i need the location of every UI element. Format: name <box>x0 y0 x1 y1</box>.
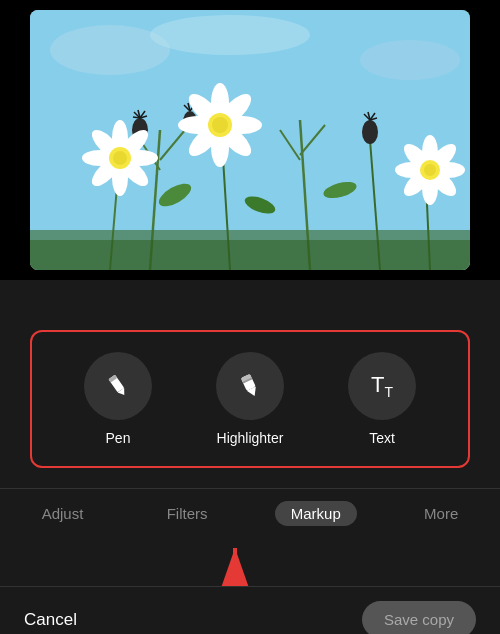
save-copy-button[interactable]: Save copy <box>362 601 476 634</box>
svg-point-59 <box>424 164 436 176</box>
svg-point-3 <box>360 40 460 80</box>
text-icon: TT <box>371 372 393 400</box>
tab-markup[interactable]: Markup <box>275 501 357 526</box>
bottom-bar: Cancel Save copy <box>0 586 500 634</box>
pen-icon-circle <box>84 352 152 420</box>
highlighter-tool[interactable]: Highlighter <box>216 352 284 446</box>
highlighter-icon <box>235 371 265 401</box>
pen-label: Pen <box>106 430 131 446</box>
highlighter-icon-circle <box>216 352 284 420</box>
cancel-button[interactable]: Cancel <box>24 610 77 630</box>
nav-tabs: Adjust Filters Markup More <box>0 488 500 534</box>
svg-point-25 <box>362 120 378 144</box>
tools-section: Pen Highlighter TT Text <box>0 310 500 488</box>
svg-point-39 <box>212 117 228 133</box>
pen-icon <box>103 371 133 401</box>
svg-rect-64 <box>30 240 470 270</box>
svg-point-2 <box>150 15 310 55</box>
red-arrow <box>205 536 265 586</box>
text-tool[interactable]: TT Text <box>348 352 416 446</box>
svg-line-20 <box>133 117 140 118</box>
arrow-area <box>0 534 500 586</box>
svg-point-49 <box>113 151 127 165</box>
tab-filters[interactable]: Filters <box>151 501 224 526</box>
tab-adjust[interactable]: Adjust <box>26 501 100 526</box>
text-icon-circle: TT <box>348 352 416 420</box>
photo-area <box>0 0 500 280</box>
photo-image <box>30 10 470 270</box>
dark-separator <box>0 280 500 310</box>
tab-more[interactable]: More <box>408 501 474 526</box>
highlighter-label: Highlighter <box>217 430 284 446</box>
pen-tool[interactable]: Pen <box>84 352 152 446</box>
text-label: Text <box>369 430 395 446</box>
tools-highlight-box: Pen Highlighter TT Text <box>30 330 470 468</box>
